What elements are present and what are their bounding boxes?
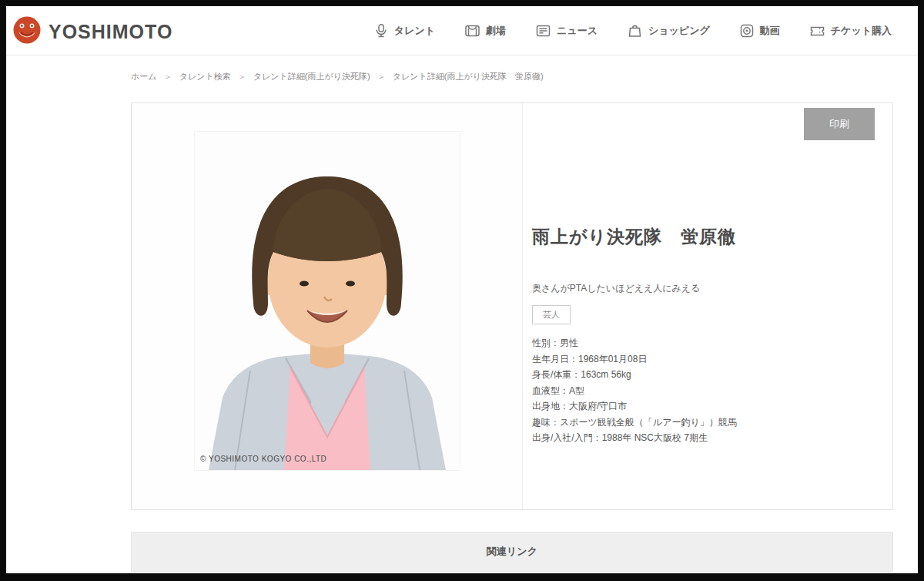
breadcrumb: ホーム ＞ タレント検索 ＞ タレント詳細(雨上がり決死隊) ＞ タレント詳細(… — [131, 71, 544, 82]
breadcrumb-separator: ＞ — [377, 72, 386, 81]
nav-label: ニュース — [557, 24, 598, 38]
nav-label: チケット購入 — [831, 24, 892, 38]
breadcrumb-current-page: タレント詳細(雨上がり決死隊 蛍原徹) — [393, 72, 544, 81]
theater-icon — [464, 23, 480, 39]
yoshimoto-face-icon — [12, 15, 42, 48]
nav-label: ショッピング — [648, 24, 710, 38]
main-nav: タレント 劇場 ニュー — [373, 6, 892, 55]
talent-catchphrase: 奥さんがPTAしたいほどええ人にみえる — [532, 282, 700, 295]
detail-height-weight: 身長/体重：163cm 56kg — [532, 367, 737, 383]
logo-wordmark: YOSHIMOTO — [49, 21, 172, 43]
shopping-bag-icon — [627, 23, 643, 39]
breadcrumb-separator: ＞ — [238, 72, 246, 81]
nav-item-video[interactable]: 動画 — [739, 23, 780, 39]
microphone-icon — [373, 23, 389, 39]
page: YOSHIMOTO タレント — [6, 6, 918, 573]
detail-hobby: 趣味：スポーツ観戦全般（「ルアー釣り」）競馬 — [532, 415, 737, 431]
breadcrumb-separator: ＞ — [164, 72, 172, 81]
photo-copyright: © YOSHIMOTO KOGYO CO.,LTD — [200, 455, 326, 463]
nav-label: 劇場 — [486, 24, 506, 38]
breadcrumb-talent-search[interactable]: タレント検索 — [179, 72, 231, 81]
talent-photo: © YOSHIMOTO KOGYO CO.,LTD — [194, 131, 460, 471]
info-panel: 印刷 雨上がり決死隊 蛍原徹 奥さんがPTAしたいほどええ人にみえる 芸人 性別… — [524, 103, 893, 509]
talent-portrait-illustration — [195, 132, 460, 470]
breadcrumb-home[interactable]: ホーム — [131, 72, 157, 81]
detail-gender: 性別：男性 — [532, 335, 737, 351]
talent-name: 雨上がり決死隊 蛍原徹 — [532, 225, 736, 249]
nav-label: タレント — [394, 24, 435, 38]
print-button[interactable]: 印刷 — [804, 108, 875, 140]
nav-item-ticket[interactable]: チケット購入 — [809, 23, 892, 39]
site-header: YOSHIMOTO タレント — [6, 6, 918, 55]
photo-panel: © YOSHIMOTO KOGYO CO.,LTD — [132, 103, 523, 509]
breadcrumb-talent-detail-group[interactable]: タレント詳細(雨上がり決死隊) — [253, 72, 370, 81]
talent-details: 性別：男性 生年月日：1968年01月08日 身長/体重：163cm 56kg … — [532, 335, 737, 446]
news-icon — [535, 23, 551, 39]
talent-profile-card: © YOSHIMOTO KOGYO CO.,LTD 印刷 雨上がり決死隊 蛍原徹… — [131, 102, 893, 510]
related-links-bar: 関連リンク — [131, 532, 893, 572]
category-badge: 芸人 — [532, 305, 571, 324]
nav-item-talent[interactable]: タレント — [373, 23, 435, 39]
related-links-title: 関連リンク — [487, 545, 537, 559]
detail-debut: 出身/入社/入門：1988年 NSC大阪校 7期生 — [532, 430, 737, 446]
nav-item-news[interactable]: ニュース — [535, 23, 598, 39]
ticket-icon — [809, 23, 825, 39]
detail-blood-type: 血液型：A型 — [532, 383, 737, 399]
nav-label: 動画 — [760, 24, 780, 38]
nav-item-theater[interactable]: 劇場 — [464, 23, 506, 39]
yoshimoto-logo[interactable]: YOSHIMOTO — [12, 15, 172, 48]
video-icon — [739, 23, 755, 39]
detail-birthdate: 生年月日：1968年01月08日 — [532, 351, 737, 368]
nav-item-shopping[interactable]: ショッピング — [627, 23, 710, 39]
detail-hometown: 出身地：大阪府/守口市 — [532, 398, 737, 415]
